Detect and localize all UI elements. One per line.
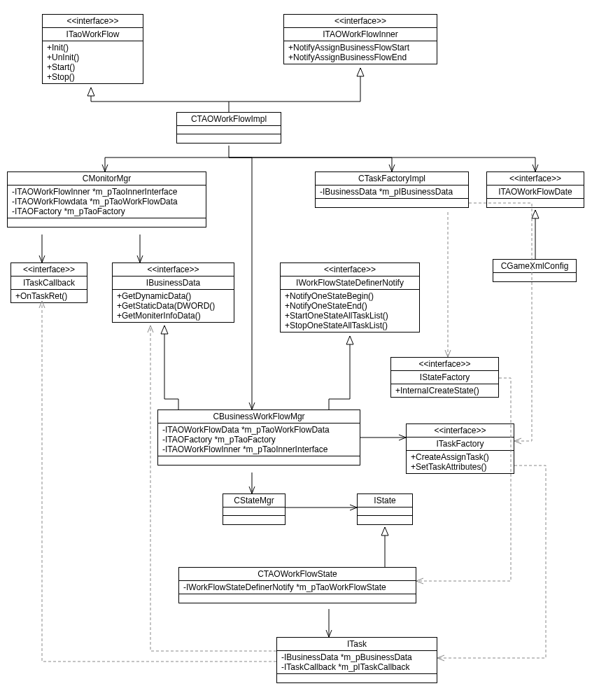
class-name: ITask xyxy=(277,638,437,651)
attribute: -ITaskCallback *m_pITaskCallback xyxy=(281,662,432,672)
operation: +InternaICreateState() xyxy=(395,386,494,396)
class-itask: ITask -IBusinessData *m_pBusinessData -I… xyxy=(276,637,437,683)
operation: +GetMoniterInfoData() xyxy=(117,311,230,321)
operation: +OnTaskRet() xyxy=(15,291,83,301)
class-itaskcallback: <<interface>> ITaskCallback +OnTaskRet() xyxy=(10,262,87,303)
class-name: IBusinessData xyxy=(113,276,234,290)
stereotype-label: <<interface>> xyxy=(113,263,234,276)
operation: +NotifyAssignBusinessFlowEnd xyxy=(288,52,432,62)
class-itaoworkflowinner: <<interface>> ITAOWorkFlowInner +NotifyA… xyxy=(283,14,437,64)
attribute: -ITAOFactory *m_pTaoFactory xyxy=(12,206,202,216)
operation: +SetTaskAttributes() xyxy=(411,462,509,472)
class-cstatemgr: CStateMgr xyxy=(223,493,286,525)
operation: +Start() xyxy=(47,62,139,72)
class-ctaoworkflowimpl: CTAOWorkFlowImpl xyxy=(176,112,281,144)
attribute: -IWorkFlowStateDefinerNotify *m_pTaoWork… xyxy=(183,582,411,592)
class-istate: IState xyxy=(357,493,413,525)
attribute: -IBusinessData *m_pIBusinessData xyxy=(320,187,464,197)
class-ibusinessdata: <<interface>> IBusinessData +GetDynamicD… xyxy=(112,262,234,323)
class-itaoworkflowdate: <<interface>> ITAOWorkFlowDate xyxy=(486,172,584,208)
class-ctaoworkflowstate: CTAOWorkFlowState -IWorkFlowStateDefiner… xyxy=(178,567,416,603)
attribute: -IBusinessData *m_pBusinessData xyxy=(281,652,432,662)
class-name: CMonitorMgr xyxy=(8,172,206,186)
class-name: ITaskFactory xyxy=(407,438,514,451)
class-name: ITaskCallback xyxy=(11,276,87,290)
class-istatefactory: <<interface>> IStateFactory +InternaICre… xyxy=(390,357,499,398)
stereotype-label: <<interface>> xyxy=(281,263,419,276)
operation: +NotifyAssignBusinessFlowStart xyxy=(288,43,432,52)
class-iworkflowstatedefinernotify: <<interface>> IWorkFlowStateDefinerNotif… xyxy=(280,262,420,332)
operation: +GetStaticData(DWORD() xyxy=(117,301,230,311)
stereotype-label: <<interface>> xyxy=(284,15,437,28)
class-name: CTaskFactoryImpl xyxy=(316,172,468,186)
attribute: -ITAOWorkFlowInner *m_pTaoInnerInterface xyxy=(162,444,355,454)
operation: +UnInit() xyxy=(47,52,139,62)
operation: +StopOneStateAllTaskList() xyxy=(285,321,415,330)
operation: +StartOneStateAllTaskList() xyxy=(285,311,415,321)
operation: +GetDynamicData() xyxy=(117,291,230,301)
class-itaskfactory: <<interface>> ITaskFactory +CreateAssign… xyxy=(406,424,514,474)
operation: +Init() xyxy=(47,43,139,52)
class-name: ITAOWorkFlowInner xyxy=(284,28,437,41)
class-cbusinessworkflowmgr: CBusinessWorkFlowMgr -ITAOWorkFlowData *… xyxy=(157,410,360,465)
class-itaoworkflow: <<interface>> ITaoWorkFlow +Init() +UnIn… xyxy=(42,14,143,84)
stereotype-label: <<interface>> xyxy=(43,15,143,28)
attribute: -ITAOWorkFlowdata *m_pTaoWorkFlowData xyxy=(12,197,202,206)
class-name: IStateFactory xyxy=(391,371,498,384)
class-name: CStateMgr xyxy=(223,494,285,507)
class-name: IWorkFlowStateDefinerNotify xyxy=(281,276,419,290)
class-cmonitormgr: CMonitorMgr -ITAOWorkFlowInner *m_pTaoIn… xyxy=(7,172,206,227)
class-name: CTAOWorkFlowImpl xyxy=(177,113,281,126)
operation: +NotifyOneStateBegin() xyxy=(285,291,415,301)
class-name: CGameXmlConfig xyxy=(493,260,576,273)
operation: +NotifyOneStateEnd() xyxy=(285,301,415,311)
attribute: -ITAOWorkFlowInner *m_pTaoInnerInterface xyxy=(12,187,202,197)
class-name: ITaoWorkFlow xyxy=(43,28,143,41)
class-name: CTAOWorkFlowState xyxy=(179,568,416,581)
stereotype-label: <<interface>> xyxy=(487,172,584,186)
class-name: IState xyxy=(358,494,412,507)
class-ctaskfactoryimpl: CTaskFactoryImpl -IBusinessData *m_pIBus… xyxy=(315,172,469,208)
stereotype-label: <<interface>> xyxy=(11,263,87,276)
class-cgamexmlconfig: CGameXmlConfig xyxy=(493,259,577,282)
operation: +Stop() xyxy=(47,72,139,82)
attribute: -ITAOFactory *m_pTaoFactory xyxy=(162,435,355,444)
stereotype-label: <<interface>> xyxy=(407,424,514,438)
attribute: -ITAOWorkFlowData *m_pTaoWorkFlowData xyxy=(162,425,355,435)
class-name: CBusinessWorkFlowMgr xyxy=(158,410,360,424)
class-name: ITAOWorkFlowDate xyxy=(487,186,584,199)
operation: +CreateAssignTask() xyxy=(411,452,509,462)
stereotype-label: <<interface>> xyxy=(391,358,498,371)
